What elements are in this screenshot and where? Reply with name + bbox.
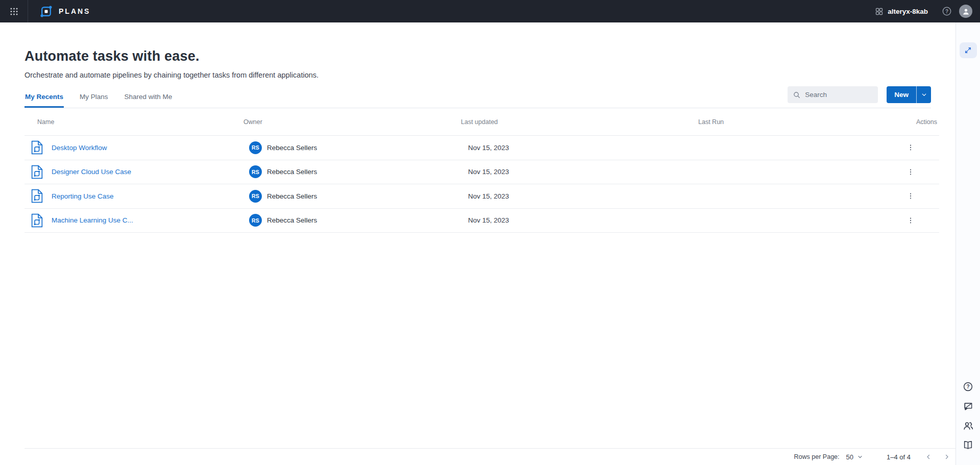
- account-menu-button[interactable]: [959, 5, 972, 18]
- navbar-right: alteryx-8kab ?: [875, 5, 980, 18]
- row-actions-button[interactable]: [903, 189, 918, 203]
- owner-cell: RS Rebecca Sellers: [232, 165, 449, 178]
- last-updated-cell: Nov 15, 2023: [449, 144, 680, 152]
- plan-document-icon: [31, 189, 43, 203]
- name-cell: Designer Cloud Use Case: [24, 165, 232, 179]
- chevron-down-icon: [857, 454, 863, 460]
- open-book-icon: [963, 439, 973, 450]
- table-row: Machine Learning Use C... RS Rebecca Sel…: [24, 209, 939, 233]
- plan-document-icon: [31, 140, 43, 155]
- row-actions-button[interactable]: [903, 165, 918, 179]
- column-header-last-run: Last Run: [680, 118, 882, 126]
- search-icon: [793, 91, 801, 99]
- column-header-owner: Owner: [232, 118, 449, 126]
- owner-avatar: RS: [249, 141, 262, 154]
- utility-sidebar: ?: [955, 22, 980, 465]
- owner-cell: RS Rebecca Sellers: [232, 190, 449, 203]
- app-launcher-button[interactable]: [0, 0, 28, 22]
- search-box: [788, 86, 878, 103]
- owner-name: Rebecca Sellers: [267, 216, 317, 224]
- plans-logo-icon: [39, 5, 53, 18]
- page-subtitle: Orchestrate and automate pipelines by ch…: [24, 71, 931, 79]
- actions-cell: [882, 140, 939, 155]
- rows-per-page-select[interactable]: 50: [846, 453, 863, 461]
- new-split-button: New: [887, 86, 931, 103]
- rows-per-page-value: 50: [846, 453, 853, 461]
- last-updated-cell: Nov 15, 2023: [449, 168, 680, 176]
- svg-text:?: ?: [966, 384, 969, 389]
- plans-table: Name Owner Last updated Last Run Actions: [24, 108, 939, 233]
- last-updated-cell: Nov 15, 2023: [449, 216, 680, 224]
- navbar-divider: [28, 0, 28, 22]
- community-button[interactable]: [961, 419, 976, 432]
- owner-name: Rebecca Sellers: [267, 144, 317, 152]
- owner-avatar: RS: [249, 165, 262, 178]
- owner-cell: RS Rebecca Sellers: [232, 141, 449, 154]
- brand[interactable]: PLANS: [39, 5, 90, 18]
- documentation-button[interactable]: [961, 438, 976, 452]
- chevron-down-icon: [921, 91, 927, 98]
- svg-text:?: ?: [945, 9, 948, 14]
- next-page-button[interactable]: [943, 453, 950, 460]
- column-header-actions: Actions: [882, 118, 939, 126]
- owner-name: Rebecca Sellers: [267, 192, 317, 200]
- row-actions-button[interactable]: [903, 213, 918, 228]
- page-title: Automate tasks with ease.: [24, 48, 931, 64]
- table-row: Designer Cloud Use Case RS Rebecca Selle…: [24, 160, 939, 185]
- support-button[interactable]: ?: [961, 380, 976, 394]
- actions-cell: [882, 189, 939, 203]
- plan-link[interactable]: Machine Learning Use C...: [52, 216, 133, 224]
- person-icon: [962, 7, 970, 16]
- previous-page-button[interactable]: [925, 453, 932, 460]
- new-dropdown-toggle[interactable]: [916, 86, 931, 103]
- search-input[interactable]: [805, 91, 873, 99]
- tabs-and-toolbar-row: My Recents My Plans Shared with Me New: [24, 86, 931, 108]
- app-window: PLANS alteryx-8kab ?: [0, 0, 980, 465]
- help-button[interactable]: ?: [941, 6, 952, 17]
- chat-bubble-icon: [963, 401, 973, 411]
- feedback-button[interactable]: [961, 399, 976, 413]
- new-button[interactable]: New: [887, 86, 916, 103]
- plan-document-icon: [31, 165, 43, 179]
- last-updated-cell: Nov 15, 2023: [449, 192, 680, 200]
- table-header-row: Name Owner Last updated Last Run Actions: [24, 108, 939, 136]
- owner-avatar: RS: [249, 190, 262, 203]
- plan-link[interactable]: Desktop Workflow: [52, 144, 107, 152]
- kebab-icon: [906, 168, 915, 176]
- tab-my-plans[interactable]: My Plans: [79, 86, 109, 108]
- name-cell: Machine Learning Use C...: [24, 213, 232, 228]
- expand-panel-button[interactable]: [960, 42, 977, 58]
- table-row: Desktop Workflow RS Rebecca Sellers Nov …: [24, 136, 939, 160]
- kebab-icon: [906, 192, 915, 200]
- question-circle-icon: ?: [942, 6, 952, 16]
- top-navbar: PLANS alteryx-8kab ?: [0, 0, 980, 22]
- sidebar-bottom-icons: ?: [961, 380, 976, 465]
- tab-my-recents[interactable]: My Recents: [24, 86, 64, 108]
- tab-bar: My Recents My Plans Shared with Me: [24, 86, 173, 108]
- plan-link[interactable]: Designer Cloud Use Case: [52, 168, 131, 176]
- name-cell: Reporting Use Case: [24, 189, 232, 203]
- kebab-icon: [906, 216, 915, 225]
- row-actions-button[interactable]: [903, 140, 918, 155]
- owner-cell: RS Rebecca Sellers: [232, 214, 449, 227]
- table-row: Reporting Use Case RS Rebecca Sellers No…: [24, 184, 939, 209]
- plan-link[interactable]: Reporting Use Case: [52, 192, 114, 200]
- name-cell: Desktop Workflow: [24, 140, 232, 155]
- workspace-icon: [875, 7, 884, 16]
- product-name: PLANS: [59, 7, 90, 15]
- plan-document-icon: [31, 213, 43, 228]
- owner-name: Rebecca Sellers: [267, 168, 317, 176]
- rows-per-page-label: Rows per Page:: [794, 453, 840, 460]
- workspace-selector[interactable]: alteryx-8kab: [875, 7, 928, 16]
- chevron-left-icon: [925, 453, 932, 460]
- expand-arrows-icon: [964, 46, 972, 54]
- actions-cell: [882, 165, 939, 179]
- workspace-name: alteryx-8kab: [888, 8, 928, 15]
- people-icon: [963, 420, 974, 431]
- chevron-right-icon: [943, 453, 950, 460]
- owner-avatar: RS: [249, 214, 262, 227]
- tab-shared-with-me[interactable]: Shared with Me: [124, 86, 173, 108]
- toolbar-actions: New: [788, 86, 931, 108]
- main-content: Automate tasks with ease. Orchestrate an…: [0, 22, 955, 465]
- kebab-icon: [906, 143, 915, 152]
